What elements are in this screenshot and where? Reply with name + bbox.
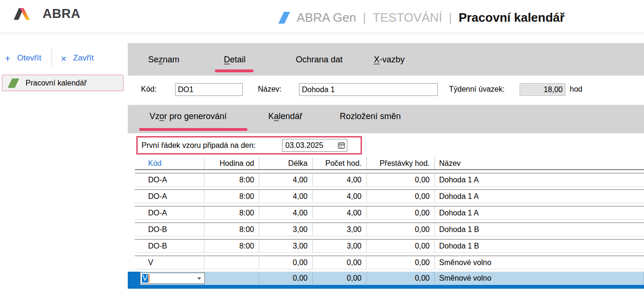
cell: 0,00 <box>367 190 435 203</box>
cell: 0,00 <box>367 223 435 236</box>
cell: 8:00 <box>204 173 259 186</box>
column-header-hodina-od[interactable]: Hodina od <box>204 157 259 169</box>
tab-ochrana-dat[interactable]: Ochrana dat <box>296 55 343 65</box>
main-tabbar: Seznam Detail Ochrana dat X-vazby <box>128 43 644 76</box>
cell-prestavky-hod: 0,00 <box>367 272 435 285</box>
table-row[interactable]: DO-A8:004,004,000,00Dohoda 1 A <box>135 173 644 187</box>
toolbar-divider <box>52 49 52 67</box>
tab-seznam[interactable]: Seznam <box>148 55 179 65</box>
tab-x-vazby[interactable]: X-vazby <box>374 55 405 65</box>
uvazek-label: Týdenní úvazek: <box>449 85 504 94</box>
app-name: ABRA Gen <box>297 10 356 25</box>
cell: DO-B <box>135 240 204 252</box>
cell: 4,00 <box>259 173 313 186</box>
cell: 0,00 <box>367 206 435 219</box>
nazev-label: Název: <box>258 85 282 94</box>
cell: 8:00 <box>204 206 259 219</box>
first-row-date-label: První řádek vzoru připadá na den: <box>141 141 256 150</box>
combobox-value: V <box>142 274 148 283</box>
sidebar-toolbar: + Otevřít × Zavřít <box>5 48 94 69</box>
cell: 3,00 <box>313 223 367 236</box>
selected-row-cells: 0,00 0,00 0,00 Směnové volno <box>135 272 644 285</box>
uvazek-readonly-field: 18,00 <box>520 83 565 96</box>
cell: 0,00 <box>367 256 435 269</box>
page-title: Pracovní kalendář <box>459 10 565 25</box>
sidebar-item-label: Pracovní kalendář <box>26 79 87 87</box>
cell: 4,00 <box>259 190 313 203</box>
first-row-date-input[interactable]: 03.03.2025 <box>282 139 347 152</box>
nazev-input[interactable]: Dohoda 1 <box>299 83 438 96</box>
column-header-pocet-hod[interactable]: Počet hod. <box>313 157 367 169</box>
first-row-date-group: První řádek vzoru připadá na den: 03.03.… <box>136 136 362 155</box>
kod-combobox[interactable]: V <box>140 273 205 284</box>
cell: 8:00 <box>204 240 259 252</box>
cell-pocet-hod: 0,00 <box>313 272 367 285</box>
cell: 3,00 <box>313 240 367 252</box>
logo-text: ABRA <box>43 7 80 21</box>
calendar-icon[interactable] <box>338 142 345 151</box>
close-icon: × <box>61 53 66 63</box>
selection-accent <box>128 272 140 285</box>
subtab-rozlozeni-smen[interactable]: Rozložení směn <box>340 112 401 121</box>
cell: Směnové volno <box>435 256 644 269</box>
text-cursor <box>149 274 150 283</box>
cell: 4,00 <box>259 206 313 219</box>
abra-logo: ABRA <box>13 7 80 21</box>
cell: Dohoda 1 B <box>435 240 644 252</box>
table-body: DO-A8:004,004,000,00Dohoda 1 ADO-A8:004,… <box>135 173 644 269</box>
cell: 0,00 <box>367 240 435 252</box>
active-subtab-indicator <box>139 128 247 131</box>
cell: DO-A <box>135 190 204 203</box>
open-button[interactable]: + Otevřít <box>5 53 41 63</box>
subtab-kalendar[interactable]: Kalendář <box>268 112 302 121</box>
cell: 3,00 <box>259 223 313 236</box>
abra-logo-icon <box>13 8 40 20</box>
cell: Dohoda 1 A <box>435 173 644 186</box>
close-button[interactable]: × Zavřít <box>61 53 94 63</box>
cell: DO-B <box>135 223 204 236</box>
detail-subtabbar: Vzor pro generování Kalendář Rozložení s… <box>128 105 644 133</box>
title-slash-icon <box>278 12 290 24</box>
open-button-label: Otevřít <box>17 53 41 63</box>
uvazek-unit: hod <box>570 85 582 94</box>
kod-input[interactable]: DO1 <box>175 83 243 96</box>
cell: DO-A <box>135 173 204 186</box>
main-panel: Seznam Detail Ochrana dat X-vazby Kód: D… <box>128 34 644 292</box>
cell: 0,00 <box>367 173 435 186</box>
table-row[interactable]: V0,000,000,00Směnové volno <box>135 256 644 269</box>
table-row[interactable]: DO-B8:003,003,000,00Dohoda 1 B <box>135 239 644 253</box>
subtab-vzor-pro-generovani[interactable]: Vzor pro generování <box>150 112 227 121</box>
active-tab-indicator <box>215 69 254 72</box>
column-header-prestavky-hod[interactable]: Přestávky hod. <box>367 157 435 169</box>
column-header-delka[interactable]: Délka <box>259 157 313 169</box>
dropdown-arrow-icon[interactable] <box>197 277 201 280</box>
window-title: ABRA Gen | TESTOVÁNÍ | Pracovní kalendář <box>281 10 565 25</box>
cell: 8:00 <box>204 223 259 236</box>
selection-bar <box>128 285 644 289</box>
cell: 3,00 <box>259 240 313 252</box>
table-row[interactable]: DO-A8:004,004,000,00Dohoda 1 A <box>135 206 644 220</box>
cell: 4,00 <box>313 206 367 219</box>
agenda-slash-icon <box>8 78 19 88</box>
table-header-row: Kód Hodina od Délka Počet hod. Přestávky… <box>135 157 644 170</box>
table-row[interactable]: DO-A8:004,004,000,00Dohoda 1 A <box>135 189 644 203</box>
tab-detail[interactable]: Detail <box>224 55 246 65</box>
cell <box>204 256 259 269</box>
column-header-nazev[interactable]: Název <box>435 157 644 169</box>
cell: 4,00 <box>313 190 367 203</box>
table-row-selected[interactable]: 0,00 0,00 0,00 Směnové volno V <box>128 272 644 285</box>
pattern-content: První řádek vzoru připadá na den: 03.03.… <box>128 133 644 292</box>
cell-hodina-od <box>204 272 259 285</box>
cell: V <box>135 256 204 269</box>
shift-pattern-table: Kód Hodina od Délka Počet hod. Přestávky… <box>135 157 644 289</box>
environment-name: TESTOVÁNÍ <box>373 10 442 25</box>
cell: 0,00 <box>259 256 313 269</box>
cell: 4,00 <box>313 173 367 186</box>
column-header-kod[interactable]: Kód <box>135 157 204 169</box>
cell: Dohoda 1 A <box>435 206 644 219</box>
app-header: ABRA ABRA Gen | TESTOVÁNÍ | Pracovní kal… <box>0 0 644 34</box>
cell: Dohoda 1 A <box>435 190 644 203</box>
table-row[interactable]: DO-B8:003,003,000,00Dohoda 1 B <box>135 223 644 236</box>
sidebar-item-pracovni-kalendar[interactable]: Pracovní kalendář <box>2 75 124 91</box>
cell-nazev: Směnové volno <box>435 272 644 285</box>
